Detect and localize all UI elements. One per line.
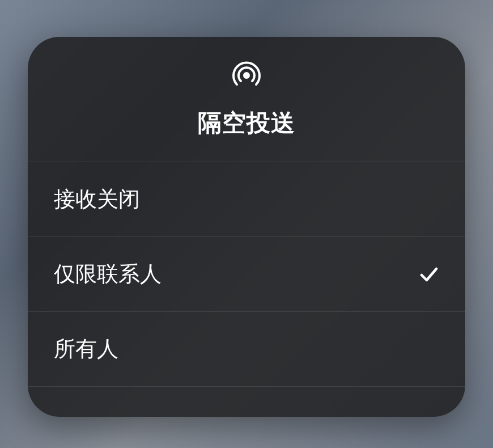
option-label: 所有人 xyxy=(54,335,118,364)
option-label: 仅限联系人 xyxy=(54,260,162,289)
panel-title: 隔空投送 xyxy=(198,107,295,139)
option-contacts-only[interactable]: 仅限联系人 xyxy=(28,237,465,312)
option-everyone[interactable]: 所有人 xyxy=(28,312,465,387)
panel-header: 隔空投送 xyxy=(28,37,465,162)
checkmark-slot xyxy=(419,189,439,210)
airdrop-settings-panel: 隔空投送 接收关闭 仅限联系人 所有人 xyxy=(28,37,465,417)
options-list: 接收关闭 仅限联系人 所有人 xyxy=(28,162,465,417)
svg-point-0 xyxy=(243,72,250,79)
checkmark-slot xyxy=(419,264,439,285)
option-label: 接收关闭 xyxy=(54,185,140,214)
checkmark-slot xyxy=(419,339,439,360)
airdrop-icon xyxy=(231,60,262,91)
option-receiving-off[interactable]: 接收关闭 xyxy=(28,162,465,237)
